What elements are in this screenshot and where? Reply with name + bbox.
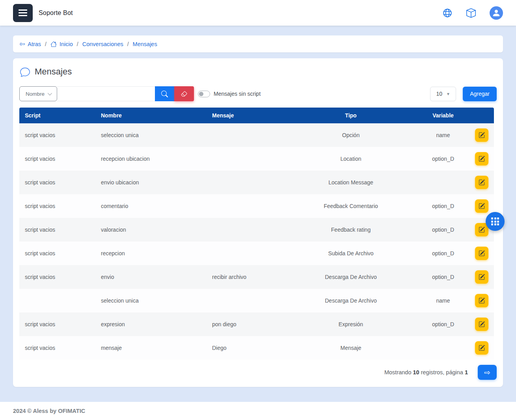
edit-button[interactable] [475,270,488,284]
cell-variable: option_D [426,242,460,265]
breadcrumb-home-link[interactable]: Inicio [50,41,73,47]
menu-button[interactable] [13,4,33,22]
breadcrumb-separator: / [45,41,47,47]
breadcrumb: ⇦ Atras / Inicio / Conversaciones / Mens… [13,35,503,52]
cell-tipo: Location [276,147,426,171]
caret-down-icon: ▼ [446,92,450,96]
content-area: ⇦ Atras / Inicio / Conversaciones / Mens… [0,26,516,387]
mensajes-card: Mensajes Nombre [13,58,503,387]
toggle-label: Mensajes sin script [214,91,261,97]
hamburger-icon [19,9,27,16]
cell-nombre: expresion [95,312,207,336]
eraser-icon [181,91,187,97]
edit-button[interactable] [475,176,488,189]
cell-variable: option_D [426,265,460,289]
table-row: script vacios valoracion Feedback rating… [19,218,494,242]
edit-button[interactable] [475,341,488,355]
cell-script: script vacios [19,242,95,265]
table-row: script vacios envio ubicacion Location M… [19,171,494,194]
floating-apps-button[interactable] [486,212,505,231]
cell-mensaje [207,218,276,242]
cell-tipo: Descarga De Archivo [276,265,426,289]
language-globe-icon[interactable] [442,8,453,18]
cell-script: script vacios [19,171,95,194]
search-icon [161,91,168,97]
cell-nombre: seleccion unica [95,123,207,147]
mensajes-table: Script Nombre Mensaje Tipo Variable scri… [19,108,494,360]
apps-grid-icon [491,217,499,225]
table-row: script vacios recepcion ubicacion Locati… [19,147,494,171]
cell-tipo: Opción [276,123,426,147]
cell-script: script vacios [19,147,95,171]
record-count: 10 [413,369,419,375]
clear-search-button[interactable] [174,86,194,101]
page-size-selector[interactable]: 10 ▼ [430,87,456,101]
column-header-variable: Variable [426,108,460,123]
column-header-actions [460,108,494,123]
package-cube-icon[interactable] [466,8,476,18]
add-button[interactable]: Agregar [463,87,497,101]
breadcrumb-separator: / [127,41,129,47]
edit-button[interactable] [475,128,488,142]
cell-nombre: comentario [95,194,207,218]
pagination-summary: Mostrando 10 registros, página 1 [384,369,468,375]
cell-tipo: Feedback rating [276,218,426,242]
column-header-tipo: Tipo [276,108,426,123]
column-header-mensaje: Mensaje [207,108,276,123]
pencil-square-icon [479,203,485,209]
edit-button[interactable] [475,247,488,260]
cell-mensaje [207,171,276,194]
cell-script: script vacios [19,194,95,218]
pencil-square-icon [479,274,485,280]
home-icon [50,41,57,47]
search-field-selector[interactable]: Nombre [19,86,57,101]
edit-button[interactable] [475,152,488,165]
search-button[interactable] [155,86,174,101]
cell-variable: option_D [426,194,460,218]
person-icon [492,9,501,17]
pencil-square-icon [479,156,485,162]
next-page-button[interactable]: ⇨ [478,365,497,380]
table-row: script vacios recepcion Subida De Archiv… [19,242,494,265]
cell-variable: name [426,123,460,147]
breadcrumb-back-link[interactable]: ⇦ Atras [19,41,41,47]
cell-nombre: envio ubicacion [95,171,207,194]
cell-script: script vacios [19,218,95,242]
search-input[interactable] [57,86,155,101]
cell-mensaje [207,123,276,147]
cell-variable: option_D [426,312,460,336]
column-header-script: Script [19,108,95,123]
cell-mensaje: Diego [207,336,276,360]
pencil-square-icon [479,179,485,186]
breadcrumb-conversaciones-link[interactable]: Conversaciones [82,41,123,47]
cell-variable: name [426,289,460,312]
arrow-right-icon: ⇨ [484,369,490,376]
cell-tipo: Subida De Archivo [276,242,426,265]
cell-mensaje: recibir archivo [207,265,276,289]
page-title: Mensajes [35,67,72,77]
cell-script: script vacios [19,123,95,147]
top-bar: Soporte Bot [0,0,516,26]
edit-button[interactable] [475,294,488,307]
pencil-square-icon [479,227,485,233]
edit-button[interactable] [475,318,488,331]
table-row: seleccion unica Descarga De Archivo name [19,289,494,312]
cell-script [19,289,95,312]
pencil-square-icon [479,297,485,304]
mensajes-sin-script-toggle[interactable] [198,91,210,97]
cell-tipo: Mensaje [276,336,426,360]
cell-tipo: Expresión [276,312,426,336]
toggle-knob [199,92,203,96]
column-header-nombre: Nombre [95,108,207,123]
pencil-square-icon [479,321,485,327]
cell-mensaje [207,242,276,265]
breadcrumb-mensajes-link[interactable]: Mensajes [133,41,157,47]
page-number: 1 [465,369,468,375]
cell-nombre: seleccion unica [95,289,207,312]
table-row: script vacios seleccion unica Opción nam… [19,123,494,147]
cell-mensaje [207,147,276,171]
user-avatar[interactable] [490,6,503,20]
cell-variable: option_D [426,218,460,242]
edit-button[interactable] [475,199,488,213]
cell-mensaje [207,289,276,312]
